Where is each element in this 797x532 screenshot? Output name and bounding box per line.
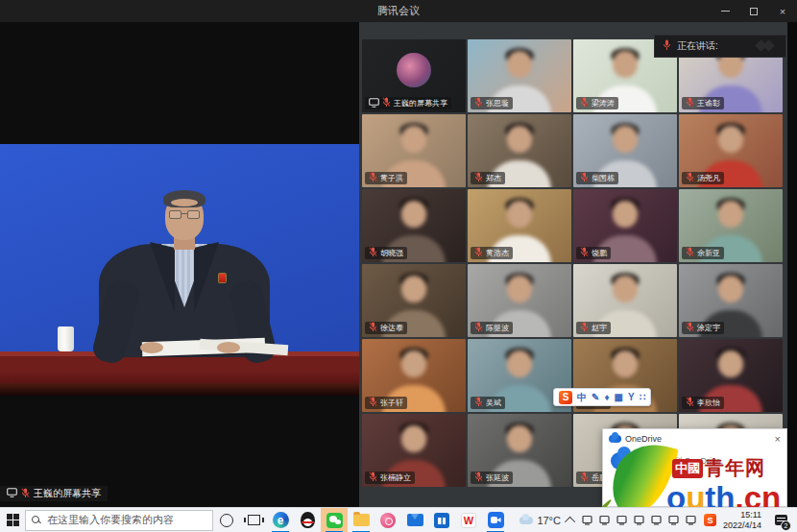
weather-widget[interactable]: 17°C	[519, 515, 561, 526]
screen-share-icon	[369, 98, 379, 109]
panel-right-edge	[787, 22, 797, 507]
party-badge	[219, 274, 226, 282]
participant-name: 王巍的屏幕共享	[394, 98, 447, 109]
tray-overflow-chevron-icon[interactable]	[565, 516, 575, 526]
participant-tile[interactable]: 柴国栋	[573, 114, 677, 187]
muted-mic-icon	[369, 472, 377, 484]
meeting-taskbar-button[interactable]	[482, 508, 509, 532]
participant-tile[interactable]: 赵宇	[573, 264, 677, 337]
close-button[interactable]: ×	[768, 0, 797, 22]
maximize-button[interactable]	[739, 0, 768, 22]
screenshot-tray-icon[interactable]	[599, 515, 611, 526]
participant-tile[interactable]: 郑杰	[468, 114, 571, 187]
participant-name: 郑杰	[486, 173, 501, 183]
onedrive-icon	[609, 435, 621, 443]
title-bar: 腾讯会议 ×	[0, 0, 797, 22]
sogou-tray-icon[interactable]: S	[704, 514, 716, 526]
qq-taskbar-button[interactable]	[294, 508, 321, 532]
speaking-indicator-text: 正在讲话:	[677, 39, 718, 53]
muted-mic-icon	[686, 97, 694, 109]
participant-tile[interactable]: 汤尧凡	[679, 114, 783, 187]
keyboard-icon[interactable]: ▦	[615, 393, 623, 402]
onedrive-notification[interactable]: OneDrive × 已添加到 OneDrive,	[602, 428, 787, 507]
muted-mic-icon	[686, 172, 694, 184]
store-icon	[434, 513, 449, 528]
window-title: 腾讯会议	[0, 4, 797, 18]
studio-floor	[0, 383, 359, 396]
participant-tile[interactable]: 张延波	[468, 414, 571, 487]
participant-name-label: 黄浩杰	[471, 247, 513, 259]
participant-tile[interactable]: 黄浩杰	[468, 189, 571, 262]
participant-name-label: 郑杰	[471, 172, 505, 184]
participant-name-label: 王巍的屏幕共享	[365, 97, 451, 109]
participant-tile[interactable]: 张子轩	[362, 339, 466, 412]
weather-cloud-icon	[519, 517, 533, 524]
participant-tile[interactable]: 张思璇	[468, 39, 571, 112]
participant-tile[interactable]: 余新亚	[679, 189, 783, 262]
participant-tile[interactable]: 陈挺波	[468, 264, 571, 337]
mode-zh-icon[interactable]: 中	[577, 393, 587, 402]
screen-share-icon	[7, 488, 17, 499]
tencent-meeting-window: 腾讯会议 ×	[0, 0, 797, 532]
participant-name-label: 张子轩	[365, 397, 407, 409]
participant-name-label: 吴斌	[471, 397, 505, 409]
mail-taskbar-button[interactable]	[401, 508, 428, 532]
pen-input-tray-icon[interactable]	[582, 515, 593, 526]
volume-tray-icon[interactable]	[668, 515, 680, 526]
participant-tile[interactable]: 徐达泰	[362, 264, 466, 337]
participant-name: 汤尧凡	[697, 173, 720, 183]
participant-tile[interactable]: 张楠静立	[362, 414, 466, 487]
folder-tray-icon[interactable]	[616, 515, 628, 526]
participant-name-label: 徐达泰	[365, 322, 407, 334]
wechat-taskbar-button[interactable]	[321, 508, 348, 532]
participant-tile[interactable]: 饶鹏	[573, 189, 677, 262]
store-taskbar-button[interactable]	[428, 508, 455, 532]
shared-screen-panel[interactable]: 王巍的屏幕共享	[0, 22, 359, 507]
grid-icon[interactable]: ∷	[640, 393, 645, 402]
participant-tile[interactable]: 胡晓强	[362, 189, 466, 262]
taskbar-clock[interactable]: 15:11 2022/4/14	[723, 510, 761, 531]
start-button[interactable]	[0, 508, 25, 532]
minimize-button[interactable]	[711, 0, 739, 22]
participant-name-label: 梁涛涛	[576, 97, 618, 109]
popup-close-icon[interactable]: ×	[775, 433, 781, 445]
taskbar-search-input[interactable]: 在这里输入你要搜索的内容	[25, 510, 213, 531]
participant-name: 赵宇	[592, 323, 607, 333]
action-center-button[interactable]: 2	[768, 508, 793, 532]
muted-mic-icon	[474, 172, 483, 184]
participant-tile[interactable]: 黄子淇	[362, 114, 466, 187]
clock-date: 2022/4/14	[723, 520, 761, 531]
task-view-button[interactable]	[240, 508, 267, 532]
edge-taskbar-button[interactable]	[267, 508, 294, 532]
participant-name: 李欣怡	[697, 398, 720, 408]
participant-name-label: 张延波	[471, 472, 513, 484]
participant-tile[interactable]: 涂定宇	[679, 264, 783, 337]
wps-taskbar-button[interactable]: W	[455, 508, 482, 532]
participant-name-label: 汤尧凡	[682, 172, 724, 184]
cortana-button[interactable]	[213, 508, 240, 532]
muted-mic-icon	[580, 172, 589, 184]
muted-mic-icon	[474, 97, 483, 109]
display-tray-icon[interactable]	[651, 515, 663, 526]
settings-tray-icon[interactable]	[634, 515, 645, 526]
participant-name: 柴国栋	[592, 173, 615, 183]
participant-name: 涂定宇	[697, 323, 720, 333]
participant-tile[interactable]: 王巍的屏幕共享	[362, 39, 466, 112]
explorer-taskbar-button[interactable]	[348, 508, 374, 532]
ime-toolbar[interactable]: S中✎♦▦Y∷	[553, 388, 651, 406]
participant-name-label: 柴国栋	[576, 172, 618, 184]
participant-tile[interactable]: 李欣怡	[679, 339, 783, 412]
notification-badge: 2	[781, 520, 791, 531]
muted-mic-icon	[686, 397, 694, 409]
pen-icon[interactable]: ✎	[592, 393, 599, 402]
toolbox-icon[interactable]: Y	[628, 393, 635, 402]
pink-app-taskbar-button[interactable]	[374, 508, 401, 532]
participant-name-label: 王谕彰	[682, 97, 724, 109]
language-tray-icon[interactable]	[686, 515, 697, 526]
participant-name-label: 黄子淇	[365, 172, 407, 184]
meeting-main-area: 王巍的屏幕共享 王巍的屏幕共享张思璇梁涛涛王谕彰黄子淇郑杰柴国栋汤尧凡胡晓强黄浩…	[0, 22, 797, 507]
participant-name: 梁涛涛	[592, 98, 615, 109]
mic-icon[interactable]: ♦	[604, 393, 609, 402]
muted-mic-icon	[382, 97, 391, 109]
pinned-apps: W	[267, 508, 509, 532]
